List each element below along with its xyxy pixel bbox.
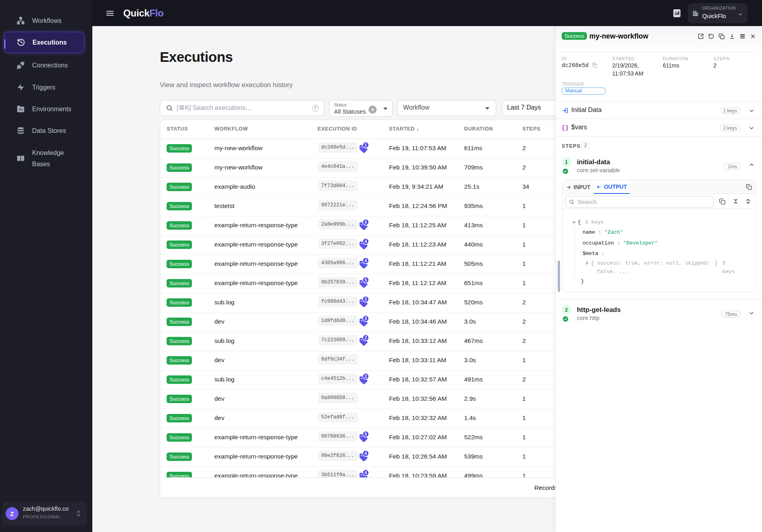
svg-text:5: 5	[365, 220, 367, 224]
svg-text:4: 4	[365, 239, 367, 244]
svg-text:5: 5	[365, 432, 367, 436]
svg-text:4: 4	[365, 451, 367, 456]
svg-text:1: 1	[365, 143, 367, 147]
svg-text:2: 2	[365, 335, 367, 340]
svg-text:4: 4	[365, 470, 367, 475]
svg-text:4: 4	[365, 258, 367, 263]
svg-text:2: 2	[365, 374, 367, 379]
svg-text:2: 2	[365, 297, 367, 302]
svg-text:5: 5	[365, 277, 367, 282]
svg-text:3: 3	[365, 316, 367, 321]
